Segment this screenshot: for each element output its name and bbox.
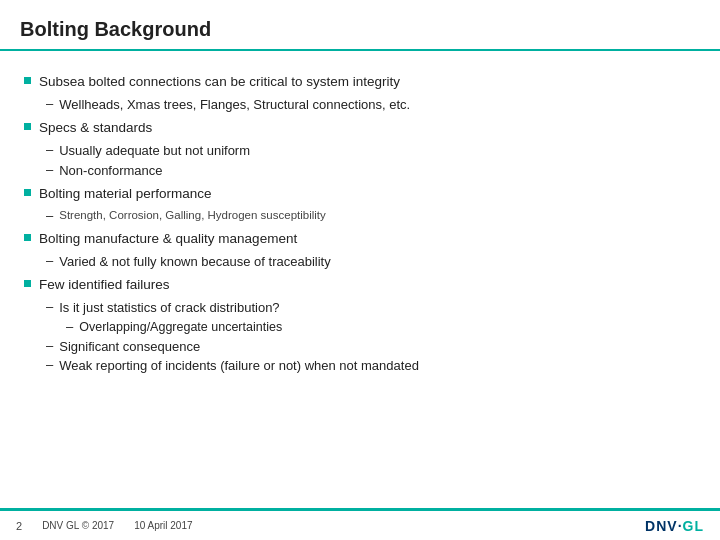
footer-company: DNV GL © 2017 (42, 520, 114, 532)
bullet-4-text: Bolting manufacture & quality management (39, 230, 297, 249)
footer: 2 DNV GL © 2017 10 April 2017 DNV·GL (0, 508, 720, 540)
bullet-4-sub-1: – Varied & not fully known because of tr… (46, 253, 696, 271)
slide-title: Bolting Background (20, 18, 700, 41)
bullet-1-sub-1-text: Wellheads, Xmas trees, Flanges, Structur… (59, 96, 410, 114)
bullet-5-sub-1-text: Is it just statistics of crack distribut… (59, 299, 279, 317)
bullet-3-sub-1: – Strength, Corrosion, Galling, Hydrogen… (46, 208, 696, 224)
bullet-2-sub-2-text: Non-conformance (59, 162, 162, 180)
page-number: 2 (16, 520, 22, 532)
bullet-2-sub-1-text: Usually adequate but not uniform (59, 142, 250, 160)
bullet-3-text: Bolting material performance (39, 185, 212, 204)
bullet-5-subsub-1: – Overlapping/Aggregate uncertainties (66, 319, 696, 336)
bullet-4: Bolting manufacture & quality management (24, 230, 696, 249)
bullet-2-text: Specs & standards (39, 119, 152, 138)
bullet-5-sub-1: – Is it just statistics of crack distrib… (46, 299, 696, 317)
slide: Bolting Background Subsea bolted connect… (0, 0, 720, 540)
bullet-5-sub-2: – Significant consequence (46, 338, 696, 356)
bullet-5-subsub-1-text: Overlapping/Aggregate uncertainties (79, 319, 282, 336)
bullet-1-sub-1: – Wellheads, Xmas trees, Flanges, Struct… (46, 96, 696, 114)
gl-text: GL (683, 518, 704, 534)
bullet-square-5 (24, 280, 31, 287)
dnv-text: DNV· (645, 518, 682, 534)
bullet-2-sub-2: – Non-conformance (46, 162, 696, 180)
bullet-2: Specs & standards (24, 119, 696, 138)
bullet-square-3 (24, 189, 31, 196)
footer-logo: DNV·GL (645, 518, 704, 534)
bullet-1-text: Subsea bolted connections can be critica… (39, 73, 400, 92)
slide-content: Subsea bolted connections can be critica… (0, 61, 720, 383)
bullet-5-text: Few identified failures (39, 276, 170, 295)
bullet-square-4 (24, 234, 31, 241)
footer-left: 2 DNV GL © 2017 10 April 2017 (16, 520, 193, 532)
bullet-1: Subsea bolted connections can be critica… (24, 73, 696, 92)
bullet-square-2 (24, 123, 31, 130)
bullet-2-sub-1: – Usually adequate but not uniform (46, 142, 696, 160)
bullet-5-sub-3: – Weak reporting of incidents (failure o… (46, 357, 696, 375)
footer-date: 10 April 2017 (134, 520, 192, 532)
bullet-5-sub-2-text: Significant consequence (59, 338, 200, 356)
bullet-3: Bolting material performance (24, 185, 696, 204)
bullet-square-1 (24, 77, 31, 84)
title-bar: Bolting Background (0, 0, 720, 51)
bullet-5-sub-3-text: Weak reporting of incidents (failure or … (59, 357, 419, 375)
bullet-5: Few identified failures (24, 276, 696, 295)
bullet-3-sub-1-text: Strength, Corrosion, Galling, Hydrogen s… (59, 208, 326, 224)
bullet-4-sub-1-text: Varied & not fully known because of trac… (59, 253, 330, 271)
